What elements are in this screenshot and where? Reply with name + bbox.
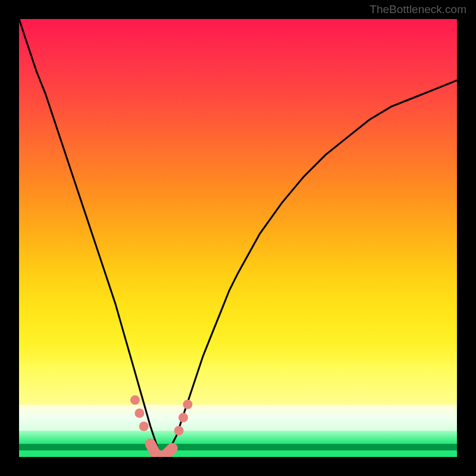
- svg-point-2: [139, 422, 149, 431]
- svg-point-4: [178, 413, 188, 422]
- svg-point-0: [130, 395, 140, 405]
- bottleneck-curve: [19, 19, 457, 457]
- svg-point-5: [183, 400, 192, 409]
- svg-point-3: [174, 426, 184, 436]
- svg-point-1: [134, 408, 144, 418]
- chart-area: [19, 19, 457, 457]
- watermark-label: TheBottleneck.com: [369, 4, 466, 15]
